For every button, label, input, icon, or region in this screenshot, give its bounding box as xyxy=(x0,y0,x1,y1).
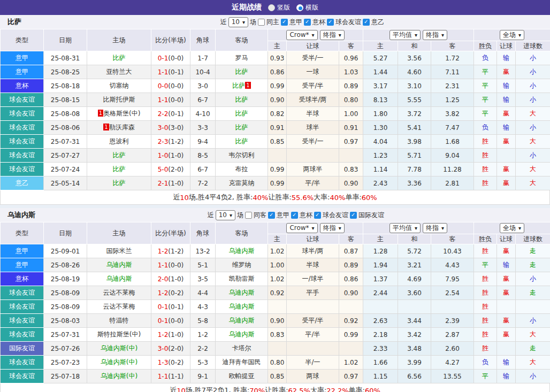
column-header: 主场 xyxy=(87,222,151,244)
league-filter-checkbox-checked-icon[interactable] xyxy=(268,212,275,219)
same-venue-checkbox-unchecked-icon[interactable] xyxy=(245,212,252,219)
average-select[interactable]: 平均值 xyxy=(389,223,421,233)
corner-cell: 9-4 xyxy=(190,135,216,149)
result-handicap-cell: 输 xyxy=(497,356,516,370)
league-filter-checkbox-checked-icon[interactable] xyxy=(304,19,311,26)
team-name-text: 恩波利 xyxy=(110,137,129,145)
league-type-cell: 意杯 xyxy=(1,79,44,93)
team-name-text: 切塞纳 xyxy=(110,82,129,89)
column-subheader: 胜负 xyxy=(474,41,497,51)
half-time-score: (0-0) xyxy=(168,317,184,325)
handicap-cell: 一/球半 xyxy=(287,272,339,286)
recent-count-select[interactable]: 10 xyxy=(216,210,235,220)
odds-away-cell: 0.99 xyxy=(339,328,363,342)
date-cell: 25-08-18 xyxy=(44,79,87,93)
corner-cell: 2-2 xyxy=(190,342,216,356)
home-team-cell: 乌迪内斯 xyxy=(87,272,151,286)
summary-segment: 60% xyxy=(362,194,377,202)
league-type-cell: 球会友谊 xyxy=(1,370,44,383)
score-cell: 3-0(2-0) xyxy=(151,342,190,356)
full-match-header: 全场 xyxy=(474,222,550,234)
final-index-select-2[interactable]: 终指 xyxy=(423,30,447,40)
date-cell: 25-08-15 xyxy=(44,93,87,107)
corner-cell: 6-7 xyxy=(190,93,216,107)
team-name-text: 乌迪内斯 xyxy=(229,303,255,310)
league-filter-checkbox-checked-icon[interactable] xyxy=(327,19,334,26)
league-filter-checkbox-checked-icon[interactable] xyxy=(281,19,288,26)
avg-home-cell: 1.66 xyxy=(363,356,398,370)
average-select[interactable]: 平均值 xyxy=(389,30,421,40)
result-text: 胜 xyxy=(482,330,488,338)
odds-source-header: Crow*终指 xyxy=(268,29,363,41)
league-type-cell: 球会友谊 xyxy=(1,107,44,121)
odds-away-cell: 0.91 xyxy=(339,121,363,135)
final-index-select-2[interactable]: 终指 xyxy=(423,223,447,233)
score-cell: 0-1(0-0) xyxy=(151,51,190,65)
result-text: 走 xyxy=(530,261,536,268)
full-match-select[interactable]: 全场 xyxy=(500,223,524,233)
crow-select[interactable]: Crow* xyxy=(286,223,317,233)
red-card-badge: 1 xyxy=(103,124,109,130)
result-text: 胜 xyxy=(482,165,488,173)
result-text: 大 xyxy=(530,165,536,173)
away-team-cell: 比萨 xyxy=(216,135,268,149)
column-subheader: 和 xyxy=(398,234,431,244)
summary-segment: 55.6% xyxy=(292,194,314,202)
summary-segment: 40% xyxy=(253,194,268,202)
league-filter-checkbox-checked-icon[interactable] xyxy=(350,212,357,219)
final-index-select-value: 终指 xyxy=(323,31,336,39)
table-row: 意甲25-08-31比萨0-1(0-0)1-7罗马0.93受半/一0.965.2… xyxy=(1,51,550,65)
score-cell: 1-2(1-2) xyxy=(151,244,190,258)
away-team-cell: 乌迪内斯 xyxy=(216,328,268,342)
home-team-cell: 比萨 xyxy=(87,176,151,190)
team-name-text: 比萨 xyxy=(235,96,248,103)
league-filter-checkbox-checked-icon[interactable] xyxy=(363,19,370,26)
home-team-cell: 特温特 xyxy=(87,314,151,328)
full-time-score: 1-2 xyxy=(158,248,169,255)
half-time-score: (1-2) xyxy=(168,248,184,255)
home-team-cell: 乌迪内斯 xyxy=(87,258,151,272)
result-text: 胜 xyxy=(482,275,488,282)
handicap-cell xyxy=(287,342,339,356)
half-time-score: (0-1) xyxy=(168,68,184,76)
league-filter-checkbox-checked-icon[interactable] xyxy=(314,212,321,219)
result-text: 小 xyxy=(530,124,536,131)
same-venue-checkbox-unchecked-icon[interactable] xyxy=(258,19,265,26)
odds-home-cell: 0.86 xyxy=(268,65,287,79)
avg-home-cell: 2.33 xyxy=(363,342,398,356)
odds-home-cell: 0.93 xyxy=(268,51,287,65)
full-time-score: 1-1 xyxy=(158,96,169,104)
home-team-cell: 乌迪内斯(中) xyxy=(87,342,151,356)
average-header: 平均值终指 xyxy=(363,222,474,234)
column-subheader: 主 xyxy=(268,41,287,51)
handicap-cell: 半球 xyxy=(287,258,339,272)
layout-radio-horizontal[interactable]: 横版 xyxy=(296,3,318,12)
result-handicap-cell: 赢 xyxy=(497,286,516,300)
avg-draw-cell: 3.44 xyxy=(398,314,431,328)
result-handicap-cell: 赢 xyxy=(497,135,516,149)
crow-select[interactable]: Crow* xyxy=(286,30,317,40)
corner-cell: 1-2 xyxy=(190,328,216,342)
odds-home-cell: 0.92 xyxy=(268,286,287,300)
final-index-select[interactable]: 终指 xyxy=(320,223,345,233)
result-goals-cell: 小 xyxy=(516,121,550,135)
result-wdl-cell: 胜 xyxy=(474,244,497,258)
full-match-select[interactable]: 全场 xyxy=(500,30,524,40)
league-filter-checkbox-checked-icon[interactable] xyxy=(291,212,298,219)
result-text: 输 xyxy=(503,124,509,131)
away-team-cell: 比萨 xyxy=(216,121,268,135)
result-goals-cell xyxy=(516,300,550,314)
recent-count-select[interactable]: 10 xyxy=(228,17,248,27)
home-team-cell: 恩波利 xyxy=(87,135,151,149)
half-time-score: (0-0) xyxy=(168,55,184,62)
result-text: 走 xyxy=(530,247,536,255)
layout-radio-vertical[interactable]: 竖版 xyxy=(268,3,290,12)
final-index-select[interactable]: 终指 xyxy=(320,30,345,40)
result-text: 胜 xyxy=(482,247,488,255)
corner-cell: 10-4 xyxy=(190,65,216,79)
avg-home-cell: 4.04 xyxy=(363,135,398,149)
league-type-cell: 意甲 xyxy=(1,258,44,272)
radio-unchecked-icon[interactable] xyxy=(268,4,275,11)
radio-checked-icon[interactable] xyxy=(296,4,303,11)
home-team-cell: 乌迪内斯(中) xyxy=(87,356,151,370)
